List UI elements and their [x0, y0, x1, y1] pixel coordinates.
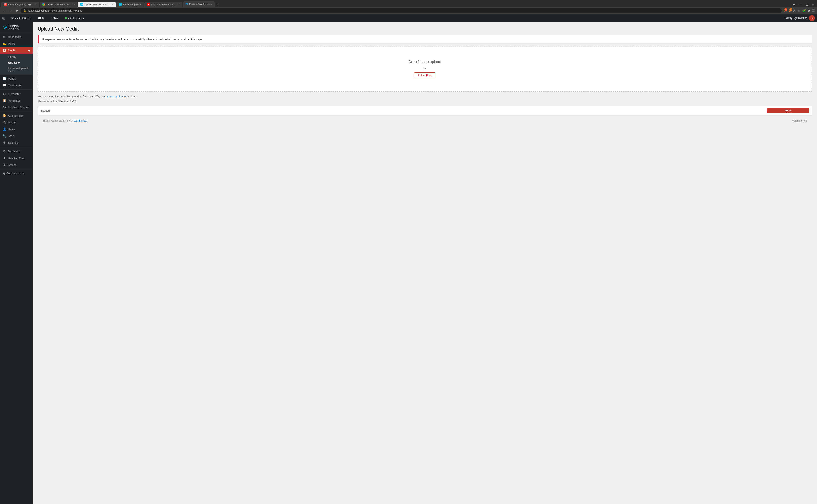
sidebar-item-tools[interactable]: 🔧 Tools [0, 133, 33, 139]
sidebar-item-label: Plugins [8, 121, 17, 124]
tab-youtube[interactable]: ▶ (69) Wordpress Issue Unexpecte... ✕ [144, 2, 182, 7]
sidebar-wp-icon: W [3, 25, 7, 30]
sidebar-item-duplicator[interactable]: ⧉ Duplicator [0, 148, 33, 155]
posts-icon: ✍ [3, 42, 6, 45]
sidebar-logo[interactable]: W DONNA SGARBI [0, 22, 33, 33]
sidebar-item-posts[interactable]: ✍ Posts [0, 40, 33, 47]
tab-close-zeuxis[interactable]: ✕ [73, 3, 75, 6]
elementor-icon: ⬡ [3, 92, 6, 95]
media-icon: 🖼 [3, 49, 6, 52]
toolbar-icons: 🛡 0 ▲ 0 A ☆ 🧩 ⧉ ☰ [783, 9, 815, 13]
sidebar-item-templates[interactable]: 📋 Templates [0, 97, 33, 104]
tab-elementor[interactable]: W Elementor | bio ✕ [116, 2, 144, 7]
sidebar-sub-add-new[interactable]: Add New [0, 60, 33, 65]
media-submenu: Library Add New Increase Upload Limit [0, 54, 33, 75]
menu-icon[interactable]: ☰ [812, 9, 815, 12]
autoptimize-button[interactable]: ● Autoptimize [63, 14, 86, 22]
bookmark-icon[interactable]: ☆ [797, 9, 800, 12]
tab-label-enviar: Enviar a Wordpress [189, 3, 209, 5]
appearance-icon: 🎨 [3, 114, 6, 117]
sidebar-item-appearance[interactable]: 🎨 Appearance [0, 112, 33, 119]
tab-gmail[interactable]: M Recibidos (2.604) - sgarbidonna... ✕ [1, 2, 39, 7]
sidebar-sub-increase-upload[interactable]: Increase Upload Limit [0, 65, 33, 74]
sidebar-item-comments[interactable]: 💬 Comments [0, 82, 33, 89]
sidebar-item-label: Pages [8, 77, 16, 80]
uploader-info-text: You are using the multi-file uploader. P… [38, 95, 106, 98]
site-name-text: DONNA SGARBI [10, 17, 31, 20]
collapse-menu-button[interactable]: ◀ Collapse menu [0, 170, 33, 177]
tab-close-upload[interactable]: ✕ [112, 3, 113, 6]
sidebar-item-users[interactable]: 👤 Users [0, 126, 33, 133]
avatar[interactable]: s [809, 15, 815, 21]
sidebar-item-label: Users [8, 128, 15, 131]
sidebar-item-settings[interactable]: ⚙ Settings [0, 139, 33, 146]
sidebar-divider-1 [0, 89, 33, 90]
autoptimize-dot [65, 17, 67, 19]
sidebar-item-plugins[interactable]: 🔌 Plugins [0, 119, 33, 126]
sidebar-item-label: Comments [8, 84, 21, 87]
comments-link[interactable]: 💬 0 [36, 14, 45, 22]
uploader-info: You are using the multi-file uploader. P… [38, 95, 812, 98]
new-tab-button[interactable]: + [215, 2, 221, 7]
address-bar[interactable]: 🔒 http://localhost/d0nn4s/wp-admin/media… [21, 8, 782, 13]
progress-label: 100% [785, 109, 792, 112]
send-icon: ✉ [185, 3, 188, 6]
essential-addons-icon: EA [3, 106, 6, 109]
forward-button[interactable]: → [8, 9, 13, 13]
sidebar-item-dashboard[interactable]: ⊞ Dashboard [0, 33, 33, 40]
tab-overflow-button[interactable]: ≫ [791, 3, 797, 7]
chrome-icon [42, 3, 45, 6]
restore-button[interactable]: ⧠ [804, 3, 810, 7]
site-name-link[interactable]: DONNA SGARBI [9, 14, 33, 22]
extensions-icon[interactable]: 🧩 [802, 9, 806, 12]
upload-drop-area[interactable]: Drop files to upload or Select Files [38, 47, 812, 92]
sidebar-item-smush[interactable]: ◈ Smush [0, 162, 33, 168]
tools-icon: 🔧 [3, 134, 6, 138]
dashboard-icon: ⊞ [3, 35, 6, 38]
sidebar-item-pages[interactable]: 📄 Pages [0, 75, 33, 82]
sidebar-item-label: Media [8, 49, 15, 52]
templates-icon: 📋 [3, 99, 6, 102]
brave-shield-icon[interactable]: 🛡 0 [783, 9, 786, 12]
reload-button[interactable]: ↻ [15, 9, 19, 13]
select-files-button[interactable]: Select Files [414, 72, 435, 78]
use-any-font-icon: A [3, 157, 6, 160]
footer-left: Thank you for creating with WordPress. [43, 119, 87, 122]
sidebar-item-label: Use Any Font [8, 157, 24, 160]
tab-close-gmail[interactable]: ✕ [35, 3, 37, 6]
minimize-button[interactable]: — [798, 3, 804, 7]
browser-tabs: M Recibidos (2.604) - sgarbidonna... ✕ z… [0, 0, 817, 7]
tab-label-zeuxis: zeuxis - Busqueda de Google [46, 3, 72, 6]
sidebar-sub-library[interactable]: Library [0, 54, 33, 60]
tab-enviar[interactable]: ✉ Enviar a Wordpress ✕ [183, 1, 215, 7]
rewards-icon[interactable]: ▲ 0 [788, 9, 791, 12]
gmail-icon: M [4, 3, 7, 6]
sidebar-item-elementor[interactable]: ⬡ Elementor [0, 90, 33, 97]
sidebar-item-label: Elementor [8, 92, 20, 95]
close-browser-button[interactable]: ✕ [810, 3, 816, 7]
wp-logo[interactable]: ⊞ [2, 16, 5, 20]
back-button[interactable]: ← [2, 9, 7, 13]
new-content-button[interactable]: + upload New [49, 14, 60, 22]
tab-zeuxis[interactable]: zeuxis - Busqueda de Google ✕ [40, 2, 77, 7]
translate-icon[interactable]: A [793, 9, 795, 12]
tab-close-youtube[interactable]: ✕ [178, 3, 180, 6]
tab-close-enviar[interactable]: ✕ [211, 3, 212, 5]
browser-uploader-link[interactable]: browser uploader [106, 95, 127, 98]
tab-upload[interactable]: W Upload New Media • DONN... ✕ [78, 2, 116, 7]
thank-you-text: Thank you for creating with [43, 119, 74, 122]
sidebar-item-media[interactable]: 🖼 Media ◀ [0, 47, 33, 54]
sidebar-sub-label: Increase Upload Limit [8, 67, 28, 73]
or-text: or [42, 67, 807, 70]
sidebar-item-use-any-font[interactable]: A Use Any Font [0, 155, 33, 162]
main-content: Upload New Media Unexpected response fro… [33, 22, 817, 504]
browser-toolbar: ← → ↻ 🔒 http://localhost/d0nn4s/wp-admin… [0, 7, 817, 14]
wordpress-link[interactable]: WordPress [74, 119, 86, 122]
howdy-text: Howdy, sgarbidonna [784, 17, 807, 20]
tab-close-elementor[interactable]: ✕ [140, 3, 141, 6]
sidebar-icon[interactable]: ⧉ [808, 9, 810, 13]
plus-icon: + [50, 17, 52, 20]
autoptimize-label: ● Autoptimize [68, 17, 84, 20]
sidebar-item-essential-addons[interactable]: EA Essential Addons [0, 104, 33, 110]
rewards-badge: 0 [789, 8, 792, 11]
